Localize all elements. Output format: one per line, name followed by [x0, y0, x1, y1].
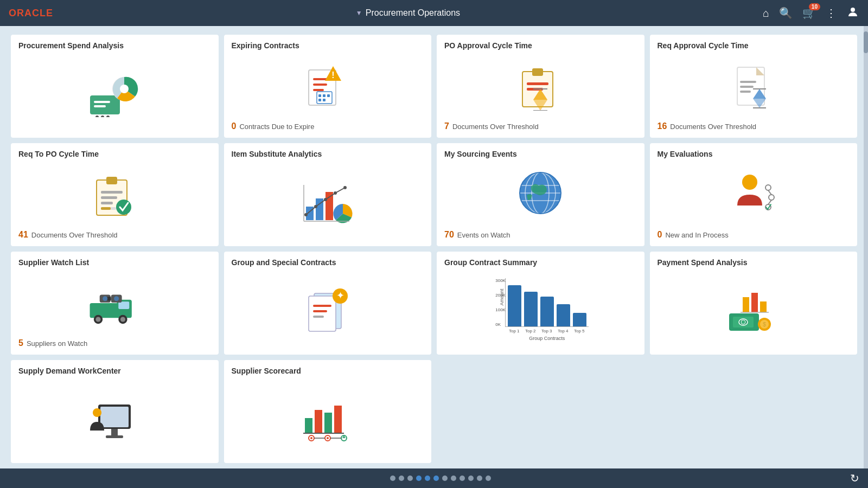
- svg-text:$: $: [763, 322, 766, 328]
- chart-x-title: Group Contracts: [505, 336, 589, 341]
- dot-2[interactable]: [399, 476, 404, 481]
- card-body: !: [232, 54, 424, 118]
- cart-icon[interactable]: 🛒 10: [802, 7, 816, 20]
- card-stat-text: New and In Process: [665, 231, 728, 239]
- card-title: Expiring Contracts: [232, 41, 424, 50]
- bar-chart-bars: [505, 278, 589, 327]
- svg-rect-41: [101, 196, 117, 199]
- dot-11[interactable]: [477, 476, 482, 481]
- dot-4[interactable]: [416, 476, 422, 481]
- svg-point-92: [741, 320, 745, 324]
- card-supplier-watch-list[interactable]: Supplier Watch List: [11, 252, 219, 355]
- card-title: Group and Special Contracts: [232, 258, 424, 267]
- card-title: Supplier Watch List: [18, 258, 211, 267]
- card-payment-spend-analysis[interactable]: Payment Spend Analysis $: [650, 252, 858, 355]
- card-footer: 0 Contracts Due to Expire: [232, 121, 424, 131]
- refresh-icon[interactable]: ↻: [850, 472, 859, 485]
- card-group-contract-summary[interactable]: Group Contract Summary Amount 0K 100K 20…: [437, 252, 644, 355]
- dot-7[interactable]: [442, 476, 448, 481]
- svg-point-49: [304, 213, 308, 216]
- bar-label: Top 1: [507, 329, 521, 333]
- svg-point-7: [101, 115, 104, 117]
- card-body: [18, 163, 211, 227]
- dot-3[interactable]: [407, 476, 413, 481]
- dot-9[interactable]: [459, 476, 465, 481]
- svg-rect-23: [527, 82, 548, 85]
- expiring-contracts-icon: !: [301, 59, 355, 113]
- card-item-substitute-analytics[interactable]: Item Substitute Analytics: [224, 143, 432, 246]
- svg-rect-18: [323, 99, 326, 101]
- card-title: Group Contract Summary: [444, 258, 637, 267]
- svg-point-64: [742, 175, 757, 190]
- svg-point-0: [851, 8, 855, 12]
- card-body: [18, 54, 211, 131]
- dot-6[interactable]: [433, 476, 439, 481]
- svg-point-53: [343, 186, 347, 189]
- dot-12[interactable]: [486, 476, 491, 481]
- svg-rect-85: [313, 310, 327, 312]
- svg-rect-48: [326, 192, 333, 220]
- main-content: Procurement Spend Analysis: [0, 26, 868, 468]
- header-icons: ⌂ 🔍 🛒 10 ⋮: [763, 5, 859, 21]
- more-icon[interactable]: ⋮: [826, 7, 837, 20]
- card-grid: Procurement Spend Analysis: [11, 35, 857, 463]
- card-stat-num: 16: [658, 121, 667, 131]
- svg-point-113: [327, 437, 329, 439]
- svg-rect-84: [313, 305, 331, 307]
- dot-1[interactable]: [390, 476, 395, 481]
- svg-point-104: [93, 408, 101, 417]
- card-supplier-scorecard[interactable]: Supplier Scorecard: [224, 360, 432, 463]
- card-title: Supply Demand WorkCenter: [18, 367, 211, 375]
- svg-rect-33: [740, 91, 751, 93]
- card-group-special-contracts[interactable]: Group and Special Contracts ✦: [224, 252, 432, 355]
- card-my-evaluations[interactable]: My Evaluations: [650, 143, 858, 246]
- card-expiring-contracts[interactable]: Expiring Contracts: [224, 35, 432, 138]
- card-title: Procurement Spend Analysis: [18, 41, 211, 50]
- bar-label: Top 2: [524, 329, 537, 333]
- card-stat-num: 41: [18, 230, 28, 240]
- pagination-dots: [30, 476, 850, 481]
- card-supply-demand-workcenter[interactable]: Supply Demand WorkCenter: [11, 360, 219, 463]
- card-body: [658, 54, 850, 118]
- svg-rect-1: [90, 95, 120, 114]
- card-body: [658, 163, 850, 227]
- svg-rect-22: [532, 68, 543, 76]
- dot-8[interactable]: [451, 476, 456, 481]
- search-icon[interactable]: 🔍: [779, 7, 793, 20]
- card-req-to-po-cycle-time[interactable]: Req To PO Cycle Time: [11, 143, 219, 246]
- svg-rect-108: [334, 406, 342, 433]
- svg-rect-83: [309, 296, 336, 331]
- card-body: [444, 163, 637, 227]
- svg-rect-45: [101, 207, 111, 210]
- dot-10[interactable]: [468, 476, 474, 481]
- svg-rect-16: [327, 94, 330, 97]
- home-icon[interactable]: ⌂: [763, 7, 769, 20]
- scrollbar-thumb[interactable]: [864, 31, 868, 53]
- dot-5[interactable]: [425, 476, 430, 481]
- card-title: My Sourcing Events: [444, 150, 637, 158]
- supplier-watch-icon: [87, 276, 142, 330]
- svg-rect-103: [106, 435, 123, 438]
- svg-rect-11: [313, 84, 327, 86]
- bar-label: Top 4: [556, 329, 570, 333]
- svg-point-5: [120, 85, 129, 93]
- bar-top2: [524, 292, 538, 326]
- card-po-approval-cycle-time[interactable]: PO Approval Cycle Time: [437, 35, 644, 138]
- card-req-approval-cycle-time[interactable]: Req Approval Cycle Time: [650, 35, 858, 138]
- svg-point-66: [769, 195, 774, 200]
- card-footer: 0 New and In Process: [658, 230, 850, 240]
- bar-label: Top 3: [540, 329, 553, 333]
- bar-label: Top 5: [572, 329, 586, 333]
- svg-rect-96: [743, 297, 749, 312]
- card-my-sourcing-events[interactable]: My Sourcing Events: [437, 143, 644, 246]
- svg-point-6: [95, 115, 99, 117]
- card-body: [232, 380, 424, 457]
- y-label: 100K: [495, 307, 506, 312]
- card-procurement-spend-analysis[interactable]: Procurement Spend Analysis: [11, 35, 219, 138]
- supply-demand-icon: [87, 391, 142, 445]
- scrollbar[interactable]: [864, 26, 868, 468]
- user-icon[interactable]: [846, 5, 859, 21]
- svg-rect-101: [100, 407, 129, 427]
- svg-rect-12: [313, 89, 324, 91]
- svg-rect-72: [119, 301, 130, 309]
